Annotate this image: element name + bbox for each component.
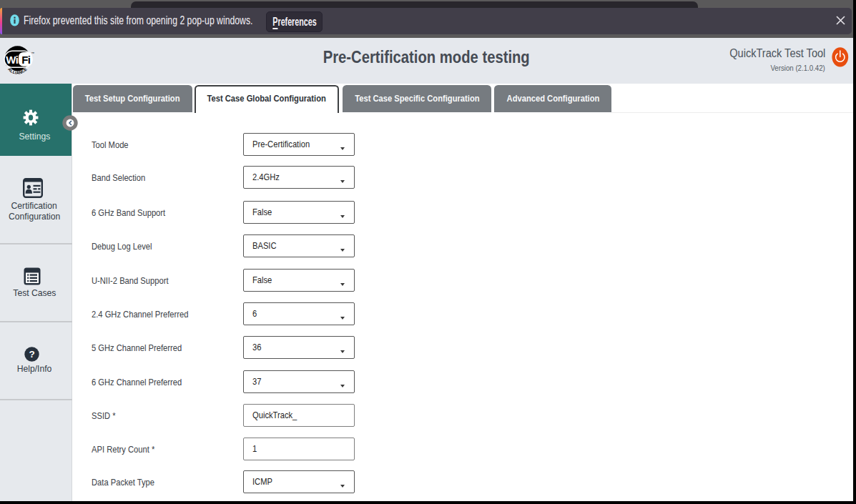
svg-text:Fi: Fi	[21, 54, 31, 66]
svg-text:Wi: Wi	[6, 54, 19, 66]
svg-text:™: ™	[31, 51, 35, 55]
svg-text:?: ?	[29, 349, 34, 360]
